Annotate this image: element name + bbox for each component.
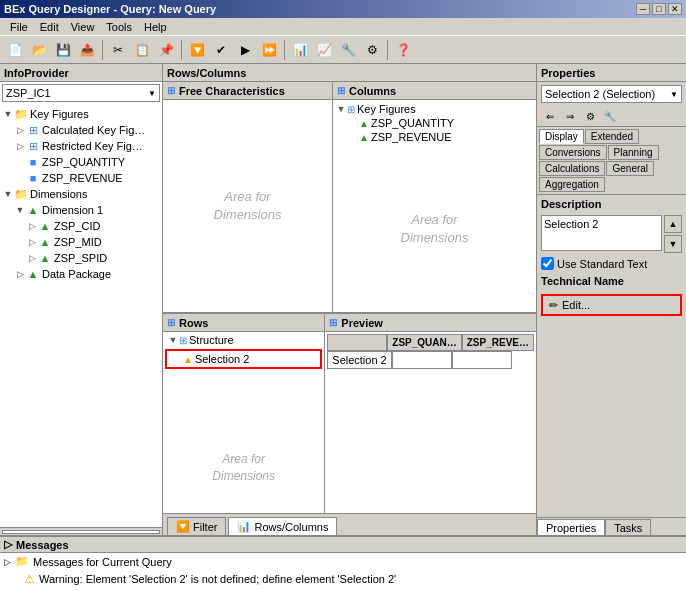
warning-row: ⚠ Warning: Element 'Selection 2' is not … — [0, 570, 686, 588]
properties-dropdown[interactable]: Selection 2 (Selection) ▼ — [541, 85, 682, 103]
minimize-button[interactable]: ─ — [636, 3, 650, 15]
center-bottom: ⊞ Rows ▼ ⊞ Structure ▲ Selection 2 Are — [163, 313, 536, 513]
props-tab-properties[interactable]: Properties — [537, 519, 605, 535]
col-key-figures[interactable]: ▼ ⊞ Key Figures — [335, 102, 534, 116]
expand-icon: ▼ — [14, 204, 26, 216]
toolbar-sep3 — [284, 40, 285, 60]
kf-icon: ⊞ — [26, 123, 40, 137]
save-button[interactable]: 💾 — [52, 39, 74, 61]
messages-header: ▷ Messages — [0, 537, 686, 553]
tab-filter-label: Filter — [193, 521, 217, 533]
tab-rows-columns[interactable]: 📊 Rows/Columns — [228, 517, 337, 535]
tab-planning[interactable]: Planning — [608, 145, 659, 160]
cut-button[interactable]: ✂ — [107, 39, 129, 61]
description-section-label: Description — [537, 195, 686, 213]
tab-calculations[interactable]: Calculations — [539, 161, 605, 176]
tree-zsp-cid[interactable]: ▷ ▲ ZSP_CID — [2, 218, 160, 234]
filter-button[interactable]: 🔽 — [186, 39, 208, 61]
messages-title: Messages — [16, 539, 69, 551]
expand-icon: ▼ — [2, 108, 14, 120]
tree-data-package[interactable]: ▷ ▲ Data Package — [2, 266, 160, 282]
tab-display[interactable]: Display — [539, 129, 584, 144]
col-zsp-revenue[interactable]: ▲ ZSP_REVENUE — [335, 130, 534, 144]
rows-columns-title: Rows/Columns — [167, 67, 246, 79]
preview-table: ZSP_QUAN… ZSP_REVE… Selection 2 — [325, 332, 536, 371]
tab-aggregation[interactable]: Aggregation — [539, 177, 605, 192]
description-area: Selection 2 ▲ ▼ — [541, 215, 682, 253]
left-scroll[interactable] — [0, 527, 162, 535]
menu-view[interactable]: View — [65, 19, 101, 35]
tree-zsp-spid[interactable]: ▷ ▲ ZSP_SPID — [2, 250, 160, 266]
messages-folder-icon: 📁 — [15, 555, 29, 568]
tab-filter[interactable]: 🔽 Filter — [167, 517, 226, 535]
publish-button[interactable]: 📤 — [76, 39, 98, 61]
tab-rows-columns-label: Rows/Columns — [254, 521, 328, 533]
edit-button[interactable]: ✏ Edit... — [541, 294, 682, 316]
run2-button[interactable]: ⏩ — [258, 39, 280, 61]
free-chars-placeholder: Area forDimensions — [163, 100, 332, 312]
props-bottom-tabs: Properties Tasks — [537, 517, 686, 535]
free-chars-icon: ⊞ — [167, 85, 175, 96]
desc-collapse-button[interactable]: ▼ — [664, 235, 682, 253]
new-button[interactable]: 📄 — [4, 39, 26, 61]
desc-expand-button[interactable]: ▲ — [664, 215, 682, 233]
tb-btn6[interactable]: 📈 — [313, 39, 335, 61]
data-package-label: Data Package — [42, 268, 111, 280]
maximize-button[interactable]: □ — [652, 3, 666, 15]
col-zsp-quantity[interactable]: ▲ ZSP_QUANTITY — [335, 116, 534, 130]
tb-btn5[interactable]: 📊 — [289, 39, 311, 61]
dim-icon: ▲ — [359, 132, 369, 143]
col-zsp-quantity-label: ZSP_QUANTITY — [371, 117, 454, 129]
menu-help[interactable]: Help — [138, 19, 173, 35]
tb-btn8[interactable]: ⚙ — [361, 39, 383, 61]
menu-edit[interactable]: Edit — [34, 19, 65, 35]
description-input[interactable]: Selection 2 — [541, 215, 662, 251]
tree-restricted-kf[interactable]: ▷ ⊞ Restricted Key Fig… — [2, 138, 160, 154]
props-tb-btn3[interactable]: ⚙ — [581, 108, 599, 124]
structure-row[interactable]: ▼ ⊞ Structure — [163, 332, 324, 348]
expand-icon: ▷ — [26, 236, 38, 248]
dim-icon: ▲ — [38, 235, 52, 249]
dim-icon: ▲ — [38, 219, 52, 233]
tb-btn9[interactable]: ❓ — [392, 39, 414, 61]
tree-calc-kf[interactable]: ▷ ⊞ Calculated Key Fig… — [2, 122, 160, 138]
main-area: InfoProvider ZSP_IC1 ▼ ▼ 📁 Key Figures ▷… — [0, 64, 686, 535]
tree-key-figures[interactable]: ▼ 📁 Key Figures — [2, 106, 160, 122]
tab-extended[interactable]: Extended — [585, 129, 639, 144]
tree-zsp-quantity[interactable]: ■ ZSP_QUANTITY — [2, 154, 160, 170]
check-button[interactable]: ✔ — [210, 39, 232, 61]
tree-zsp-revenue[interactable]: ■ ZSP_REVENUE — [2, 170, 160, 186]
props-tab-tasks[interactable]: Tasks — [605, 519, 651, 535]
use-standard-text-checkbox[interactable] — [541, 257, 554, 270]
props-tb-btn1[interactable]: ⇐ — [541, 108, 559, 124]
info-provider-dropdown[interactable]: ZSP_IC1 ▼ — [2, 84, 160, 102]
copy-button[interactable]: 📋 — [131, 39, 153, 61]
dimension1-label: Dimension 1 — [42, 204, 103, 216]
rows-area-placeholder: Area forDimensions — [163, 423, 324, 514]
tab-conversions[interactable]: Conversions — [539, 145, 607, 160]
paste-button[interactable]: 📌 — [155, 39, 177, 61]
tab-general[interactable]: General — [606, 161, 654, 176]
tb-btn7[interactable]: 🔧 — [337, 39, 359, 61]
props-tb-btn2[interactable]: ⇒ — [561, 108, 579, 124]
selection2-row[interactable]: ▲ Selection 2 — [165, 349, 322, 369]
key-figures-label: Key Figures — [30, 108, 89, 120]
scroll-track[interactable] — [2, 530, 160, 534]
open-button[interactable]: 📂 — [28, 39, 50, 61]
close-button[interactable]: ✕ — [668, 3, 682, 15]
expand-icon: ▷ — [26, 220, 38, 232]
tree-zsp-mid[interactable]: ▷ ▲ ZSP_MID — [2, 234, 160, 250]
props-tb-btn4[interactable]: 🔧 — [601, 108, 619, 124]
menu-tools[interactable]: Tools — [100, 19, 138, 35]
toolbar-sep4 — [387, 40, 388, 60]
tree-dimension1[interactable]: ▼ ▲ Dimension 1 — [2, 202, 160, 218]
run-button[interactable]: ▶ — [234, 39, 256, 61]
tree-dimensions[interactable]: ▼ 📁 Dimensions — [2, 186, 160, 202]
expand-icon: ▷ — [4, 557, 11, 567]
dim-icon: ▲ — [38, 251, 52, 265]
menu-file[interactable]: File — [4, 19, 34, 35]
columns-area-placeholder: Area forDimensions — [333, 146, 536, 312]
properties-tabs: Display Extended Conversions Planning Ca… — [537, 127, 686, 195]
preview-row1-label: Selection 2 — [327, 351, 391, 369]
messages-area: ▷ Messages ▷ 📁 Messages for Current Quer… — [0, 535, 686, 590]
